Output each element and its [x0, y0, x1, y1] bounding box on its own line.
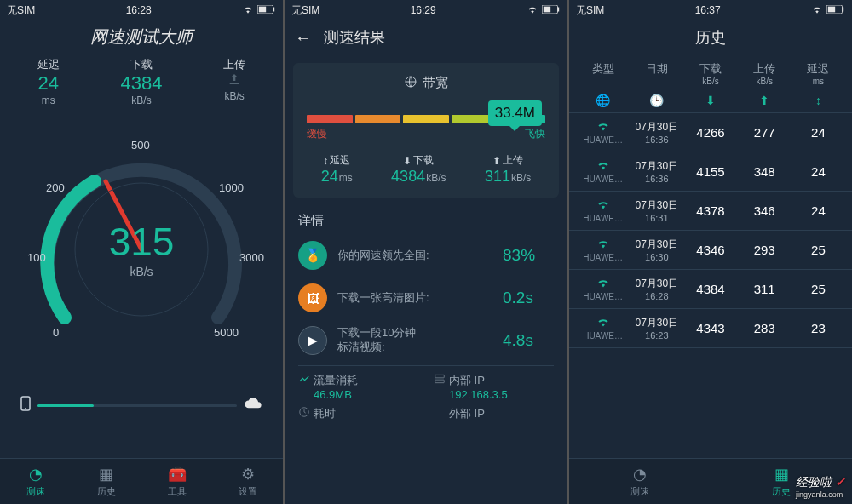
traffic-icon [298, 373, 310, 401]
row-latency: 24 [792, 125, 845, 140]
statusbar: 无SIM 16:29 [285, 0, 567, 20]
row-upload: 293 [738, 243, 792, 257]
detail-video: ▶ 下载一段10分钟 标清视频: 4.8s [285, 319, 567, 362]
info-row-2: 耗时 外部 IP [285, 404, 567, 425]
calendar-icon: ▦ [97, 465, 116, 484]
head-date: 日期 [630, 61, 683, 86]
wifi-icon [527, 4, 538, 17]
wifi-icon [811, 4, 823, 17]
cloud-icon [244, 398, 262, 413]
download-icon: ⬇ [403, 155, 412, 167]
row-upload: 283 [738, 321, 792, 335]
svg-rect-1 [273, 8, 275, 12]
wifi-icon: HUAWE… [576, 198, 630, 223]
status-icons [527, 4, 561, 17]
row-upload: 311 [738, 282, 792, 296]
bandwidth-badge: 33.4M [488, 100, 542, 126]
page-title: 历史 [569, 20, 852, 56]
page-title: 测速结果 [324, 27, 385, 48]
row-download: 4343 [683, 321, 737, 335]
gear-icon: ⚙ [239, 465, 257, 484]
row-latency: 24 [792, 203, 845, 218]
phone-icon [20, 396, 31, 415]
head-upload: 上传kB/s [738, 61, 792, 86]
swap-icon[interactable]: ↕ [792, 94, 845, 107]
upload-icon [223, 72, 245, 90]
clock-icon [298, 406, 310, 421]
svg-rect-7 [558, 8, 560, 12]
carrier-label: 无SIM [291, 3, 320, 18]
carrier-label: 无SIM [576, 3, 604, 18]
statusbar: 无SIM 16:37 [569, 0, 852, 20]
battery-icon [826, 4, 845, 16]
detail-rank: 🏅 你的网速领先全国: 83% [285, 234, 567, 277]
globe-icon[interactable]: 🌐 [576, 94, 630, 107]
battery-icon [257, 4, 276, 16]
stat-download: 下载 4384 kB/s [121, 57, 163, 106]
svg-rect-8 [544, 7, 550, 13]
upload-icon[interactable]: ⬆ [738, 94, 792, 107]
history-row[interactable]: HUAWE…07月30日16:36415534824 [569, 152, 852, 192]
wifi-icon [242, 4, 254, 17]
tab-speed[interactable]: ◔ 测速 [630, 465, 649, 498]
history-row[interactable]: HUAWE…07月30日16:31437834624 [569, 192, 852, 231]
svg-point-5 [25, 408, 26, 410]
gauge-icon: ◔ [630, 465, 649, 484]
history-row[interactable]: HUAWE…07月30日16:28438431125 [569, 270, 852, 309]
tab-settings[interactable]: ⚙ 设置 [239, 465, 257, 498]
wifi-icon: HUAWE… [576, 159, 630, 184]
wifi-icon: HUAWE… [576, 120, 630, 145]
row-upload: 348 [738, 164, 792, 179]
upload-icon: ⬆ [492, 155, 501, 167]
watermark: 经验啦 ✓ jingyanla.com [796, 475, 845, 499]
wifi-icon: HUAWE… [576, 277, 630, 301]
row-date: 07月30日16:36 [630, 159, 683, 184]
toolbox-icon: 🧰 [168, 465, 187, 484]
history-icon-head: 🌐 🕒 ⬇ ⬆ ↕ [569, 89, 852, 113]
status-icons [242, 4, 276, 17]
stat-upload: 上传 kB/s [223, 57, 245, 106]
row-upload: 346 [738, 203, 792, 218]
metric-download: ⬇下载 4384kB/s [391, 153, 446, 186]
server-icon [434, 373, 446, 401]
bandwidth-title: 带宽 [302, 75, 550, 91]
row-download: 4346 [683, 243, 737, 257]
row-download: 4378 [683, 203, 737, 218]
row-download: 4266 [683, 125, 737, 140]
clock-icon[interactable]: 🕒 [630, 94, 683, 107]
tab-history[interactable]: ▦ 历史 [97, 465, 116, 498]
svg-rect-10 [435, 375, 445, 378]
row-download: 4155 [683, 164, 737, 179]
row-date: 07月30日16:28 [630, 277, 683, 301]
download-icon[interactable]: ⬇ [683, 94, 737, 107]
wifi-icon: HUAWE… [576, 238, 630, 262]
battery-icon [542, 4, 561, 16]
gauge-value: 315 [109, 219, 175, 265]
screen-history: 无SIM 16:37 历史 类型 日期 下载kB/s 上传kB/s 延迟ms 🌐… [569, 0, 852, 504]
swap-icon: ↕ [323, 155, 328, 167]
row-date: 07月30日16:23 [630, 316, 683, 341]
back-icon[interactable]: ← [295, 28, 312, 48]
svg-rect-14 [843, 8, 844, 12]
tab-tools[interactable]: 🧰 工具 [168, 465, 187, 498]
app-title: 网速测试大师 [0, 20, 283, 57]
slow-label: 缓慢 [307, 127, 327, 141]
carrier-label: 无SIM [7, 3, 35, 18]
history-table-head: 类型 日期 下载kB/s 上传kB/s 延迟ms [569, 56, 852, 89]
svg-rect-11 [435, 380, 445, 383]
history-row[interactable]: HUAWE…07月30日16:30434629325 [569, 231, 852, 270]
status-icons [811, 4, 845, 17]
history-row[interactable]: HUAWE…07月30日16:36426627724 [569, 113, 852, 152]
row-latency: 23 [792, 321, 845, 335]
metric-upload: ⬆上传 311kB/s [485, 153, 531, 186]
statusbar: 无SIM 16:28 [0, 0, 283, 20]
gauge-unit: kB/s [109, 265, 175, 278]
row-download: 4384 [683, 282, 737, 296]
tab-history[interactable]: ▦ 历史 [772, 465, 791, 498]
details-title: 详情 [285, 206, 567, 234]
test-progress [0, 391, 283, 420]
tab-speed[interactable]: ◔ 测速 [26, 465, 45, 498]
history-row[interactable]: HUAWE…07月30日16:23434328323 [569, 309, 852, 348]
head-latency: 延迟ms [792, 61, 845, 86]
row-latency: 24 [792, 164, 845, 179]
